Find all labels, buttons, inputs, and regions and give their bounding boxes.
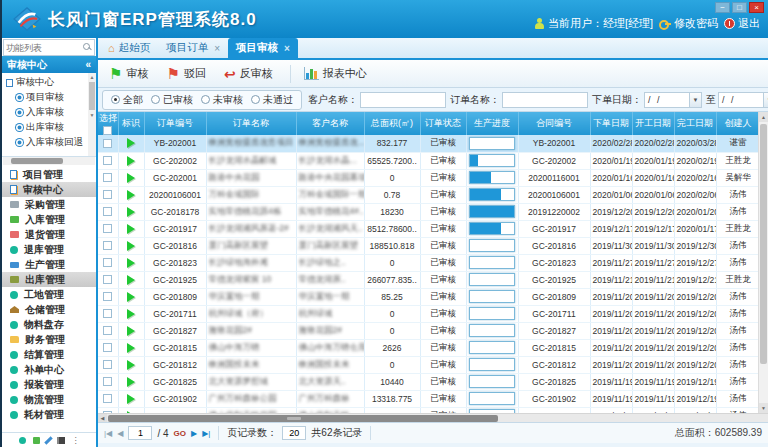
last-page-button[interactable]: ▶| [202, 429, 210, 438]
close-button[interactable]: × [749, 2, 764, 13]
minimize-button[interactable]: − [715, 2, 730, 13]
column-header-选择[interactable]: 选择 [98, 112, 118, 135]
page-size-input[interactable] [282, 426, 306, 440]
tree-item-4[interactable]: 入库审核回退 [6, 135, 88, 150]
calendar-dropdown-icon[interactable]: ▼ [689, 93, 701, 107]
toolbar-button-反审核[interactable]: ↩反审核 [219, 63, 282, 84]
filter-text-input[interactable] [360, 92, 446, 108]
book-icon[interactable] [57, 437, 65, 444]
row-checkbox[interactable] [103, 190, 112, 199]
table-row[interactable]: GC-201827雅致花园2#雅致花园2#0已审核GC-2018272019/1… [98, 322, 758, 339]
tab-1[interactable]: ⌂起始页 [100, 38, 158, 58]
tree-item-3[interactable]: 出库审核 [6, 120, 88, 135]
table-vertical-scrollbar[interactable]: ▲▼ [758, 112, 768, 413]
first-page-button[interactable]: |◀ [104, 429, 112, 438]
tree-item-1[interactable]: 项目审核 [6, 90, 88, 105]
table-row[interactable]: GC-201823长沙绿地海外滩长沙绿地之..0已审核GC-2018232019… [98, 254, 758, 271]
column-header-订单编号[interactable]: 订单编号 [144, 112, 206, 135]
sidebar-item-3[interactable]: 采购管理 [2, 197, 96, 212]
tab-2[interactable]: 项目订单× [158, 38, 228, 58]
sidebar-item-2[interactable]: 审核中心 [2, 182, 96, 197]
tree-horizontal-scrollbar[interactable] [3, 157, 95, 165]
radio-未通过[interactable]: 未通过 [251, 93, 293, 107]
sidebar-item-1[interactable]: 项目管理 [2, 167, 96, 182]
dot-icon[interactable] [19, 437, 26, 444]
prev-page-button[interactable]: ◀ [117, 429, 123, 438]
sidebar-item-17[interactable]: 耗材管理 [2, 407, 96, 422]
column-header-生产进度[interactable]: 生产进度 [466, 112, 518, 135]
logout-button[interactable]: 退出 [724, 16, 760, 31]
column-header-订单状态[interactable]: 订单状态 [420, 112, 466, 135]
cart-icon[interactable] [33, 437, 40, 444]
calendar-dropdown-icon[interactable]: ▼ [763, 93, 768, 107]
sidebar-item-8[interactable]: 出库管理 [2, 272, 96, 287]
row-checkbox[interactable] [103, 258, 112, 267]
date-input[interactable]: / /▼ [718, 92, 768, 108]
sidebar-item-13[interactable]: 结算管理 [2, 347, 96, 362]
table-row[interactable]: GC-201925常德龙湖紫宸 10常德龙湖原..266077.835..已审核… [98, 271, 758, 288]
table-row[interactable]: 20200106001万科金域国际万科金域国际一期0.78已审核20200106… [98, 186, 758, 203]
row-checkbox[interactable] [103, 275, 112, 284]
row-checkbox[interactable] [103, 309, 112, 318]
column-header-下单日期[interactable]: 下单日期 [590, 112, 632, 135]
toolbar-button-报表中心[interactable]: 报表中心 [299, 63, 376, 84]
column-header-订单名称[interactable]: 订单名称 [206, 112, 296, 135]
table-row[interactable]: GC-201711杭州绿城（府）杭州绿城0已审核GC-2017112019/11… [98, 305, 758, 322]
row-checkbox[interactable] [103, 292, 112, 301]
select-all-checkbox[interactable] [103, 126, 112, 135]
table-row[interactable]: YB-202001株洲党校提质改造项目株洲党校提质改...832.177已审核Y… [98, 135, 758, 152]
row-checkbox[interactable] [103, 241, 112, 250]
row-checkbox[interactable] [103, 360, 112, 369]
radio-已审核[interactable]: 已审核 [151, 93, 193, 107]
sidebar-item-15[interactable]: 报装管理 [2, 377, 96, 392]
toolbar-button-审核[interactable]: ⚑审核 [104, 63, 157, 84]
more-icon[interactable]: ⋮ [72, 437, 80, 444]
row-checkbox[interactable] [103, 139, 112, 148]
sidebar-item-6[interactable]: 退库管理 [2, 242, 96, 257]
sidebar-item-10[interactable]: 仓储管理 [2, 302, 96, 317]
column-header-标识[interactable]: 标识 [118, 112, 144, 135]
tab-close-icon[interactable]: × [214, 43, 220, 54]
table-row[interactable]: GC-201812株洲国投未来株洲国投未来0已审核GC-2018122019/1… [98, 356, 758, 373]
date-input[interactable]: / /▼ [644, 92, 702, 108]
function-search-input[interactable] [6, 43, 83, 53]
column-header-完工日期[interactable]: 完工日期 [674, 112, 716, 135]
go-button[interactable]: GO [174, 429, 186, 438]
sidebar-item-16[interactable]: 物流管理 [2, 392, 96, 407]
tree-vertical-scrollbar[interactable]: ▲▼ [88, 73, 96, 156]
tab-close-icon[interactable]: × [284, 43, 290, 54]
row-checkbox[interactable] [103, 377, 112, 386]
sidebar-item-4[interactable]: 入库管理 [2, 212, 96, 227]
row-checkbox[interactable] [103, 343, 112, 352]
tree-item-2[interactable]: 入库审核 [6, 105, 88, 120]
change-password-button[interactable]: 修改密码 [659, 16, 718, 31]
table-horizontal-scrollbar[interactable]: ◀ [98, 413, 768, 422]
maximize-button[interactable]: □ [732, 2, 747, 13]
table-row[interactable]: GC-202001路港中央花园路港中央花园幕墙0已审核2020011600120… [98, 169, 758, 186]
table-row[interactable]: GC-201825北大资源梦想城北大资源天..10440已审核GC-201825… [98, 373, 758, 390]
column-header-客户名称[interactable]: 客户名称 [296, 112, 364, 135]
radio-全部[interactable]: 全部 [111, 93, 143, 107]
sidebar-item-12[interactable]: 财务管理 [2, 332, 96, 347]
toolbar-button-驳回[interactable]: ⚑驳回 [161, 63, 214, 84]
scroll-left-icon[interactable]: ◀ [98, 414, 107, 422]
next-page-button[interactable]: ▶ [191, 429, 197, 438]
sidebar-item-11[interactable]: 物料盘存 [2, 317, 96, 332]
sidebar-item-7[interactable]: 生产管理 [2, 257, 96, 272]
table-row[interactable]: GC-201816厦门高新区展望厦门高新区展望188510.818已审核GC-2… [98, 237, 758, 254]
table-row[interactable]: GC-2018178实地常德桃花源4栋实地常德桃花4#..18230已审核201… [98, 203, 758, 220]
table-row[interactable]: GC-201917长沙龙湖湘风原著-2#长沙龙湖湘风天..8512.78600.… [98, 220, 758, 237]
page-number-input[interactable] [128, 426, 152, 440]
row-checkbox[interactable] [103, 224, 112, 233]
column-header-开工日期[interactable]: 开工日期 [632, 112, 674, 135]
row-checkbox[interactable] [103, 207, 112, 216]
row-checkbox[interactable] [103, 173, 112, 182]
table-row[interactable]: GC-201809华滨置地一期华滨置地一期85.25已审核GC-20180920… [98, 288, 758, 305]
search-icon[interactable] [83, 43, 92, 52]
filter-text-input[interactable] [502, 92, 588, 108]
tab-3[interactable]: 项目审核× [228, 38, 298, 58]
column-header-合同编号[interactable]: 合同编号 [518, 112, 590, 135]
row-checkbox[interactable] [103, 326, 112, 335]
tree-root-item[interactable]: 审核中心 [6, 75, 88, 90]
column-header-总面积(㎡)[interactable]: 总面积(㎡) [364, 112, 420, 135]
